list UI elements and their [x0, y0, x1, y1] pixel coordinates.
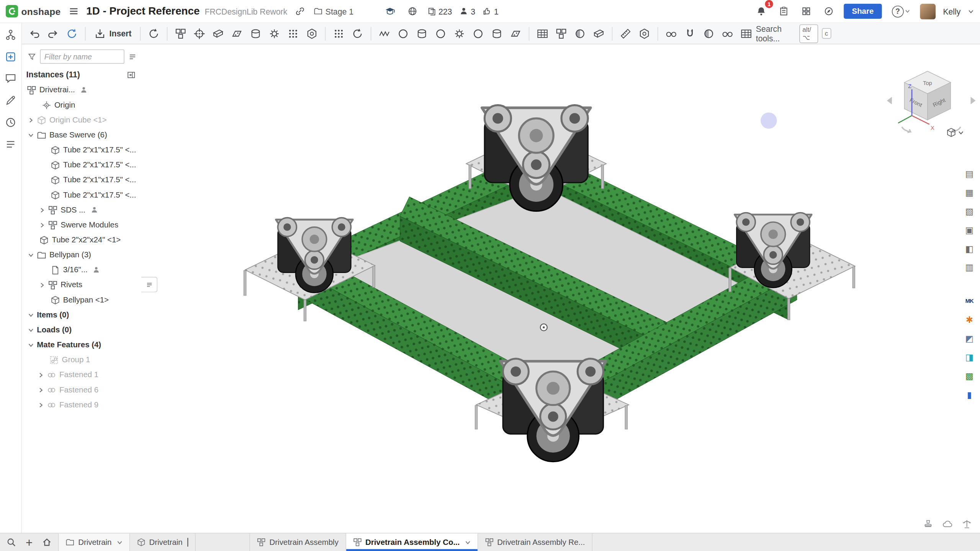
tube-tool-icon[interactable]	[210, 25, 227, 42]
appearance-icon[interactable]	[700, 25, 717, 42]
comments-icon[interactable]	[4, 72, 18, 86]
tree-item-swerve-modules[interactable]: Swerve Modules	[22, 217, 141, 232]
tab-drivetrain-assembly-co[interactable]: Drivetrain Assembly Co...	[346, 533, 478, 551]
copy-link-icon[interactable]	[292, 4, 307, 19]
tree-item-tube-2-x1-x17-5[interactable]: Tube 2"x1"x17.5" <...	[22, 157, 141, 172]
tree-item-tube-2-x1-x17-5[interactable]: Tube 2"x1"x17.5" <...	[22, 142, 141, 157]
belt-tool-icon[interactable]	[376, 25, 393, 42]
motor-tool-icon[interactable]	[414, 25, 430, 42]
bom-table-icon[interactable]	[534, 25, 551, 42]
pulley-tool-icon[interactable]	[451, 25, 468, 42]
origin-marker[interactable]	[540, 324, 547, 331]
add-tab-button[interactable]: +	[26, 536, 33, 548]
cloud-status-icon[interactable]	[942, 518, 953, 530]
mate-icon[interactable]	[146, 25, 162, 42]
tab-drivetrain[interactable]: Drivetrain	[130, 533, 196, 551]
mkcad-app-icon[interactable]: MK	[963, 295, 976, 307]
expand-chevron-icon[interactable]	[39, 207, 45, 213]
gusset-tool-icon[interactable]	[229, 25, 245, 42]
tree-item-items-0[interactable]: Items (0)	[22, 307, 141, 322]
public-globe-icon[interactable]	[405, 4, 420, 19]
parts-tab-icon[interactable]: ▦	[963, 186, 976, 199]
help-button[interactable]: ?	[889, 3, 912, 20]
tab-menu-chevron-icon[interactable]	[117, 540, 123, 545]
filter-funnel-icon[interactable]	[28, 52, 36, 61]
tree-item-3-16[interactable]: 3/16"...	[22, 262, 141, 277]
panel-expand-handle[interactable]	[141, 277, 157, 293]
tree-item-mate-features-4[interactable]: Mate Features (4)	[22, 337, 141, 352]
followers-count[interactable]: 3	[460, 7, 475, 16]
gear-tool-icon[interactable]	[266, 25, 283, 42]
edit-history-icon[interactable]	[4, 94, 18, 108]
expand-chevron-icon[interactable]	[28, 132, 34, 138]
expand-chevron-icon[interactable]	[38, 372, 44, 378]
tree-item-tube-2-x1-x17-5[interactable]: Tube 2"x1"x17.5" <...	[22, 172, 141, 187]
community-globe-icon[interactable]	[821, 4, 836, 19]
mate-connector-icon[interactable]	[191, 25, 208, 42]
document-tree-icon[interactable]	[4, 28, 18, 42]
group-icon[interactable]	[172, 25, 189, 42]
tree-item-origin[interactable]: Origin	[22, 98, 141, 113]
columns-app-icon[interactable]: ▮	[963, 389, 976, 401]
circular-pattern-icon[interactable]	[349, 25, 366, 42]
expand-chevron-icon[interactable]	[28, 117, 34, 123]
grid-app-icon[interactable]: ▩	[963, 370, 976, 383]
tab-drivetrain-assembly[interactable]: Drivetrain Assembly	[249, 533, 346, 551]
learning-cap-icon[interactable]	[382, 4, 397, 19]
expand-chevron-icon[interactable]	[28, 342, 34, 348]
document-title[interactable]: 1D - Project Reference	[86, 5, 200, 18]
tree-item-sds[interactable]: SDS ...	[22, 203, 141, 217]
tree-item-tube-2-x2-x24-1[interactable]: Tube 2"x2"x24" <1>	[22, 232, 141, 247]
workspace-selector[interactable]: Stage 1	[314, 7, 353, 16]
view-cube[interactable]: Top Front Right Z X	[884, 53, 978, 147]
section-view-icon[interactable]	[572, 25, 589, 42]
user-avatar[interactable]	[920, 3, 936, 19]
home-tab-icon[interactable]	[42, 537, 52, 547]
onshape-logo[interactable]: onshape	[0, 5, 66, 18]
redo-button[interactable]	[45, 25, 62, 42]
featurescript-app-icon[interactable]: ✱	[963, 314, 976, 326]
tree-item-rivets[interactable]: Rivets	[22, 277, 141, 292]
config-tab-icon[interactable]: ▥	[963, 261, 976, 274]
explode-view-icon[interactable]	[553, 25, 570, 42]
tree-item-fastened-1[interactable]: Fastened 1	[22, 367, 141, 382]
drivetrain-chassis[interactable]	[244, 105, 855, 462]
tree-item-base-swerve-6[interactable]: Base Swerve (6)	[22, 128, 141, 142]
copies-count[interactable]: 223	[427, 7, 452, 16]
named-views-icon[interactable]	[591, 25, 607, 42]
filter-input[interactable]	[40, 49, 124, 64]
versions-icon[interactable]	[4, 116, 18, 129]
sprocket-tool-icon[interactable]	[285, 25, 302, 42]
notifications-bell-icon[interactable]: 1	[754, 4, 769, 19]
linear-pattern-icon[interactable]	[330, 25, 347, 42]
tree-item-fastened-9[interactable]: Fastened 9	[22, 397, 141, 412]
search-tools-button[interactable]: Search tools... alt/⌥ c	[756, 24, 831, 43]
main-menu-icon[interactable]	[66, 4, 81, 19]
tree-item-group-1[interactable]: Group 1	[22, 352, 141, 367]
viewport-3d-scene[interactable]	[0, 0, 980, 551]
viewcube-rotate-left-arrow[interactable]	[887, 97, 892, 105]
tree-item-bellypan-3[interactable]: Bellypan (3)	[22, 247, 141, 262]
swerve-module-front[interactable]	[500, 359, 606, 462]
wheel-tool-icon[interactable]	[432, 25, 449, 42]
open-panel-icon[interactable]	[127, 70, 136, 79]
spacer-tool-icon[interactable]	[489, 25, 506, 42]
plate-tool-icon[interactable]	[507, 25, 524, 42]
lens-icon[interactable]	[719, 25, 736, 42]
washer-tool-icon[interactable]	[470, 25, 487, 42]
viewcube-rotate-right-arrow[interactable]	[971, 97, 976, 105]
view-options-button[interactable]	[946, 128, 964, 137]
properties-tab-icon[interactable]: ▣	[963, 224, 976, 236]
expand-chevron-icon[interactable]	[38, 387, 44, 393]
bearing-tool-icon[interactable]	[395, 25, 412, 42]
apps-grid-icon[interactable]	[799, 4, 814, 19]
insert-button[interactable]: Insert	[89, 25, 136, 41]
expand-chevron-icon[interactable]	[39, 282, 45, 288]
user-menu-chevron-icon[interactable]	[968, 8, 974, 14]
notes-icon[interactable]	[4, 137, 18, 151]
cylinder-tool-icon[interactable]	[247, 25, 264, 42]
tab-drivetrain-assembly-re[interactable]: Drivetrain Assembly Re...	[478, 533, 592, 551]
spotlight-icon[interactable]	[663, 25, 680, 42]
split-view-tab-icon[interactable]: ◧	[963, 242, 976, 255]
bolt-tool-icon[interactable]	[304, 25, 321, 42]
